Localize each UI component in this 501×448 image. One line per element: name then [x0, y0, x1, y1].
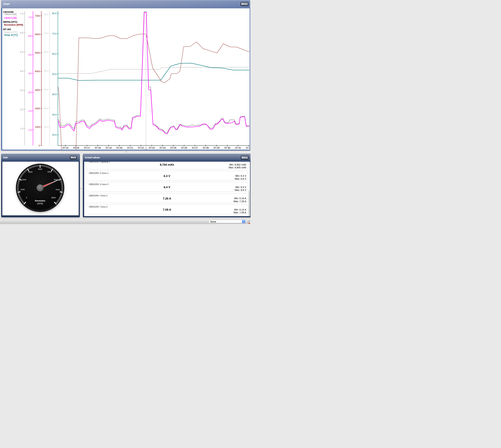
svg-text:07:26: 07:26: [181, 146, 187, 149]
svg-text:80.0: 80.0: [44, 13, 48, 16]
svg-text:70.0: 70.0: [44, 32, 48, 34]
svg-text:5000: 5000: [35, 51, 40, 54]
svg-text:50.0: 50.0: [44, 69, 48, 72]
svg-text:2000: 2000: [35, 107, 40, 110]
svg-text:07:30: 07:30: [224, 146, 230, 149]
svg-text:07:31: 07:31: [235, 146, 241, 149]
svg-text:Revolution [RPM]: Revolution [RPM]: [4, 23, 23, 26]
svg-text:I Accu 2 [A]: I Accu 2 [A]: [4, 13, 16, 16]
svg-text:MT-300: MT-300: [3, 28, 11, 31]
svg-text:07:24: 07:24: [160, 146, 165, 149]
svg-text:3000: 3000: [28, 171, 32, 173]
svg-text:3.0: 3.0: [28, 91, 32, 94]
svg-text:5000: 5000: [47, 171, 52, 173]
svg-text:3.0: 3.0: [20, 89, 23, 92]
svg-text:2.0: 2.0: [28, 110, 32, 112]
svg-text:3000: 3000: [35, 89, 40, 91]
svg-text:07:22: 07:22: [138, 146, 144, 149]
svg-text:30.0: 30.0: [52, 113, 56, 116]
svg-text:50.0: 50.0: [52, 73, 56, 75]
svg-text:2000: 2000: [22, 179, 26, 181]
svg-text:[RPM]: [RPM]: [37, 203, 43, 205]
svg-text:0: 0: [26, 197, 27, 199]
svg-text:6.0: 6.0: [28, 35, 32, 37]
svg-text:07:21: 07:21: [127, 146, 133, 149]
svg-text:4000: 4000: [38, 168, 42, 170]
svg-text:2.0: 2.0: [20, 108, 23, 111]
svg-text:60.0: 60.0: [44, 51, 48, 53]
svg-text:7.0: 7.0: [20, 12, 23, 15]
svg-text:07:15: 07:15: [63, 146, 68, 149]
svg-text:4.0: 4.0: [28, 72, 32, 75]
svg-text:Temp. A [°C]: Temp. A [°C]: [4, 31, 17, 33]
svg-text:0: 0: [39, 144, 40, 147]
svg-text:07:19: 07:19: [106, 146, 112, 149]
svg-text:1000: 1000: [35, 126, 40, 128]
svg-text:6000: 6000: [35, 33, 40, 36]
svg-text:4000: 4000: [35, 70, 40, 73]
svg-text:07:27: 07:27: [192, 146, 198, 149]
svg-text:07:18: 07:18: [95, 146, 101, 149]
svg-text:1.0: 1.0: [28, 128, 32, 131]
svg-text:6.0: 6.0: [20, 31, 23, 34]
svg-text:1000: 1000: [20, 189, 25, 191]
svg-text:I Accu 1 [A]: I Accu 1 [A]: [4, 16, 16, 19]
svg-text:07:23: 07:23: [149, 146, 155, 149]
svg-text:Revolution: Revolution: [35, 200, 45, 202]
svg-text:20.0: 20.0: [52, 133, 56, 136]
svg-text:40.0: 40.0: [44, 88, 48, 91]
svg-text:7000: 7000: [35, 15, 40, 17]
svg-text:MRPM-OPTO: MRPM-OPTO: [3, 21, 17, 23]
svg-text:07:20: 07:20: [116, 146, 122, 149]
svg-text:07:25: 07:25: [170, 146, 176, 149]
svg-text:80.0: 80.0: [52, 12, 56, 15]
svg-text:1.0: 1.0: [20, 127, 23, 130]
svg-text:70.0: 70.0: [52, 32, 56, 35]
svg-text:07:28: 07:28: [203, 146, 209, 149]
svg-text:07:32: 07:32: [246, 146, 250, 149]
svg-text:60.0: 60.0: [52, 52, 56, 55]
svg-text:5.0: 5.0: [28, 53, 32, 56]
svg-text:7.0: 7.0: [28, 16, 32, 18]
svg-text:07:29: 07:29: [213, 146, 219, 149]
svg-text:5.0: 5.0: [20, 50, 23, 53]
svg-text:Temp. B [°C]: Temp. B [°C]: [4, 33, 17, 36]
svg-text:20.0: 20.0: [44, 126, 48, 128]
svg-text:30.0: 30.0: [44, 107, 48, 110]
svg-text:4.0: 4.0: [20, 70, 23, 72]
svg-text:7000: 7000: [55, 189, 60, 191]
svg-text:07:17: 07:17: [84, 146, 90, 149]
svg-text:8000: 8000: [51, 197, 56, 199]
svg-text:40.0: 40.0: [52, 93, 56, 96]
